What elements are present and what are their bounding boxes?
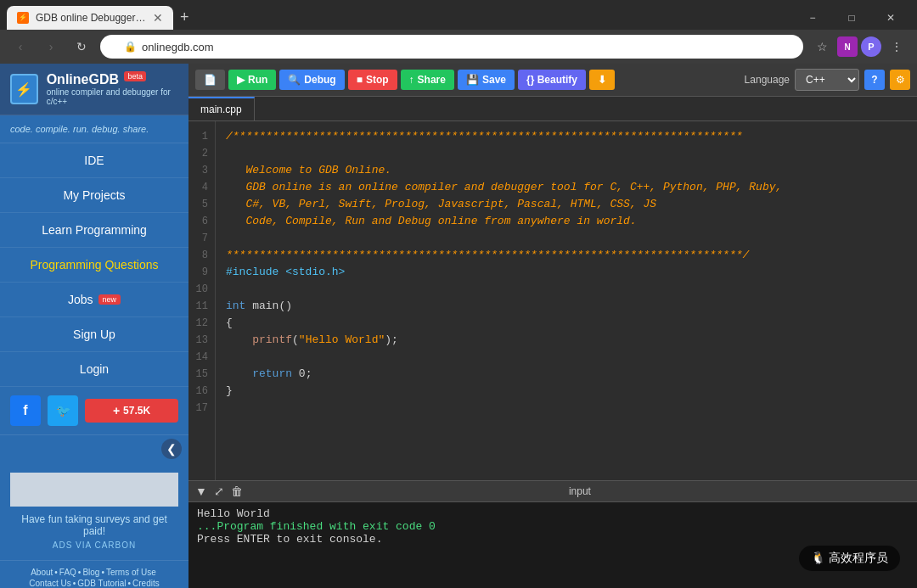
sidebar-item-questions[interactable]: Programming Questions	[0, 248, 188, 283]
minimize-button[interactable]: −	[793, 6, 832, 30]
profile-icon[interactable]: P	[861, 36, 881, 57]
console-clear-btn[interactable]: 🗑	[231, 484, 243, 498]
code-content[interactable]: /***************************************…	[216, 121, 917, 480]
sidebar-item-login[interactable]: Login	[0, 352, 188, 387]
console-area: ▼ ⤢ 🗑 input Hello World ...Program finis…	[188, 480, 917, 588]
back-button[interactable]: ‹	[8, 35, 32, 59]
sidebar-ad: Have fun taking surveys and get paid! AD…	[0, 462, 188, 560]
sidebar-header: ⚡ OnlineGDB beta online compiler and deb…	[0, 64, 188, 115]
file-tabs: main.cpp	[188, 97, 917, 121]
ad-image	[10, 473, 178, 507]
collapse-button[interactable]: ❮	[161, 439, 182, 459]
footer-terms[interactable]: Terms of Use	[106, 568, 156, 577]
footer-blog[interactable]: Blog	[82, 568, 99, 577]
sidebar-social: f 🐦 + 57.5K	[0, 387, 188, 435]
footer-tutorial[interactable]: GDB Tutorial	[77, 579, 126, 588]
address-icons: ☆ N P ⋮	[810, 35, 909, 59]
facebook-button[interactable]: f	[10, 395, 41, 426]
code-line-15: return 0;	[226, 366, 907, 383]
tab-bar: ⚡ GDB online Debugger | Comp... ✕ + − □ …	[0, 0, 917, 30]
code-line-4: GDB online is an online compiler and deb…	[226, 179, 907, 196]
code-line-9: #include <stdio.h>	[226, 264, 907, 281]
console-title: input	[250, 485, 910, 497]
console-down-btn[interactable]: ▼	[195, 484, 207, 498]
brand-name: OnlineGDB beta	[47, 72, 178, 87]
sidebar-item-jobs[interactable]: Jobs new	[0, 283, 188, 317]
code-line-17	[226, 400, 907, 417]
share-button[interactable]: ↑ Share	[401, 70, 454, 90]
new-tab-button[interactable]: +	[173, 5, 196, 30]
console-header: ▼ ⤢ 🗑 input	[188, 481, 917, 502]
language-select[interactable]: C++ C Python Java	[795, 69, 859, 91]
beautify-button[interactable]: {} Beautify	[518, 70, 586, 90]
code-line-5: C#, VB, Perl, Swift, Prolog, Javascript,…	[226, 196, 907, 213]
settings-button[interactable]: ⚙	[890, 70, 910, 90]
ad-text: Have fun taking surveys and get paid!	[10, 513, 178, 537]
footer-contact[interactable]: Contact Us	[29, 579, 70, 588]
url-bar[interactable]: 🔒 onlinegdb.com	[100, 35, 803, 59]
file-tab-main[interactable]: main.cpp	[188, 97, 255, 120]
code-line-13: printf("Hello World");	[226, 332, 907, 349]
code-line-16: }	[226, 383, 907, 400]
footer-about[interactable]: About	[31, 568, 53, 577]
output-press-enter: Press ENTER to exit console.	[197, 533, 909, 546]
sidebar-item-ide[interactable]: IDE	[0, 143, 188, 178]
sidebar-logo: ⚡	[10, 74, 38, 104]
download-button[interactable]: ⬇	[589, 70, 615, 90]
code-line-12: {	[226, 315, 907, 332]
twitter-button[interactable]: 🐦	[48, 395, 78, 426]
code-line-7	[226, 230, 907, 247]
stop-button[interactable]: ■ Stop	[348, 70, 397, 90]
tab-close-button[interactable]: ✕	[153, 11, 163, 25]
run-button[interactable]: ▶ Run	[228, 70, 276, 90]
extension-icon[interactable]: N	[837, 36, 858, 57]
close-button[interactable]: ✕	[871, 6, 910, 30]
bookmark-button[interactable]: ☆	[810, 35, 834, 59]
plus-button[interactable]: + 57.5K	[85, 399, 178, 423]
lang-label: Language	[745, 74, 790, 86]
sidebar-tagline: code. compile. run. debug. share.	[0, 115, 188, 143]
sidebar-item-signup[interactable]: Sign Up	[0, 317, 188, 352]
app-container: ⚡ OnlineGDB beta online compiler and deb…	[0, 64, 917, 588]
line-numbers: 1 2 3 4 5 6 7 8 9 10 11 12 13 14 15 16 1…	[188, 121, 216, 480]
ad-source: ADS VIA CARBON	[10, 540, 178, 550]
code-line-10	[226, 281, 907, 298]
code-line-2	[226, 145, 907, 162]
menu-button[interactable]: ⋮	[885, 35, 909, 59]
tab-title: GDB online Debugger | Comp...	[36, 12, 146, 24]
main-area: 📄 ▶ Run 🔍 Debug ■ Stop ↑ Share 💾 Save {}…	[188, 64, 917, 588]
sidebar-item-learn[interactable]: Learn Programming	[0, 213, 188, 248]
sidebar-brand: OnlineGDB beta online compiler and debug…	[47, 72, 178, 106]
sidebar-footer: About • FAQ • Blog • Terms of Use Contac…	[0, 560, 188, 588]
file-button[interactable]: 📄	[195, 70, 225, 90]
collapse-area: ❮	[0, 435, 188, 462]
footer-credits[interactable]: Credits	[132, 579, 160, 588]
logo-icon: ⚡	[15, 81, 32, 98]
maximize-button[interactable]: □	[832, 6, 871, 30]
info-button[interactable]: ?	[864, 70, 885, 90]
tab-favicon: ⚡	[17, 12, 29, 24]
code-line-8: ****************************************…	[226, 247, 907, 264]
debug-button[interactable]: 🔍 Debug	[279, 70, 344, 90]
plus-icon: +	[113, 404, 120, 417]
browser-chrome: ⚡ GDB online Debugger | Comp... ✕ + − □ …	[0, 0, 917, 64]
active-tab[interactable]: ⚡ GDB online Debugger | Comp... ✕	[7, 6, 173, 30]
code-editor[interactable]: 1 2 3 4 5 6 7 8 9 10 11 12 13 14 15 16 1…	[188, 121, 917, 480]
lang-selector: Language C++ C Python Java ? ⚙	[745, 69, 910, 91]
sidebar-nav: IDE My Projects Learn Programming Progra…	[0, 143, 188, 387]
code-line-3: Welcome to GDB Online.	[226, 162, 907, 179]
window-controls: − □ ✕	[793, 6, 910, 30]
jobs-badge: new	[98, 294, 121, 305]
reload-button[interactable]: ↻	[70, 35, 93, 59]
code-line-14	[226, 349, 907, 366]
sidebar-item-my-projects[interactable]: My Projects	[0, 178, 188, 213]
console-expand-btn[interactable]: ⤢	[214, 484, 224, 498]
console-output[interactable]: Hello World ...Program finished with exi…	[188, 502, 917, 588]
save-button[interactable]: 💾 Save	[458, 70, 515, 90]
sidebar: ⚡ OnlineGDB beta online compiler and deb…	[0, 64, 188, 588]
brand-subtitle: online compiler and debugger for c/c++	[47, 87, 178, 106]
forward-button[interactable]: ›	[39, 35, 63, 59]
toolbar: 📄 ▶ Run 🔍 Debug ■ Stop ↑ Share 💾 Save {}…	[188, 64, 917, 97]
code-line-11: int main()	[226, 298, 907, 315]
footer-faq[interactable]: FAQ	[59, 568, 76, 577]
